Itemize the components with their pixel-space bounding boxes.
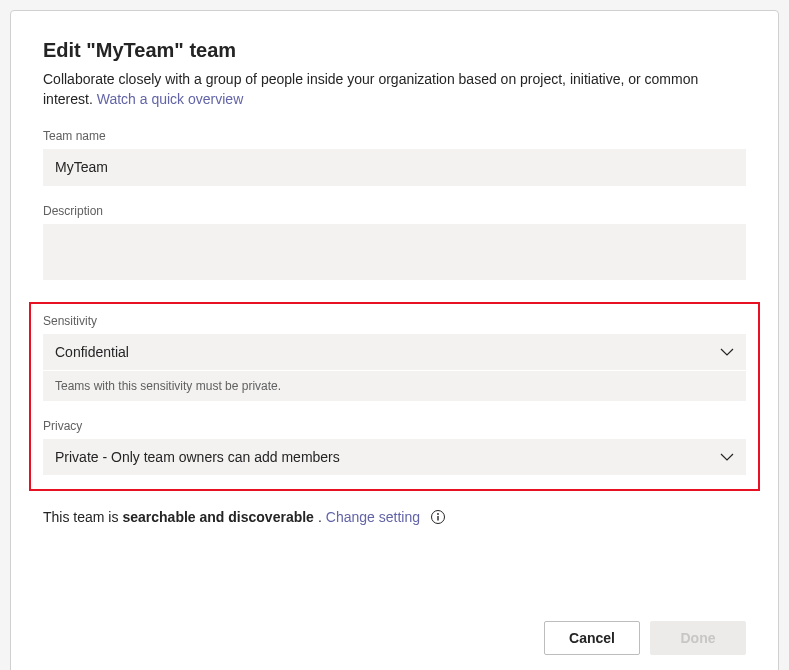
sensitivity-privacy-highlight: Sensitivity Confidential Teams with this…: [29, 302, 760, 491]
privacy-value: Private - Only team owners can add membe…: [55, 449, 720, 465]
description-label: Description: [43, 204, 746, 218]
svg-rect-2: [437, 516, 438, 521]
dialog-title: Edit "MyTeam" team: [43, 39, 746, 62]
privacy-dropdown[interactable]: Private - Only team owners can add membe…: [43, 439, 746, 475]
dialog-footer: Cancel Done: [43, 601, 746, 655]
discoverable-suffix: .: [318, 509, 322, 525]
discoverable-row: This team is searchable and discoverable…: [43, 509, 746, 525]
watch-overview-link[interactable]: Watch a quick overview: [97, 91, 244, 107]
cancel-button[interactable]: Cancel: [544, 621, 640, 655]
discoverable-bold: searchable and discoverable: [122, 509, 313, 525]
sensitivity-value: Confidential: [55, 344, 720, 360]
privacy-field-group: Privacy Private - Only team owners can a…: [43, 419, 746, 475]
svg-point-1: [437, 513, 439, 515]
sensitivity-field-group: Sensitivity Confidential Teams with this…: [43, 314, 746, 401]
sensitivity-dropdown[interactable]: Confidential: [43, 334, 746, 370]
discoverable-prefix: This team is: [43, 509, 118, 525]
chevron-down-icon: [720, 450, 734, 464]
team-name-label: Team name: [43, 129, 746, 143]
team-name-field-group: Team name: [43, 129, 746, 186]
description-input[interactable]: [43, 224, 746, 280]
sensitivity-helper: Teams with this sensitivity must be priv…: [43, 370, 746, 401]
description-field-group: Description: [43, 204, 746, 284]
team-name-input[interactable]: [43, 149, 746, 186]
edit-team-dialog: Edit "MyTeam" team Collaborate closely w…: [10, 10, 779, 670]
dialog-subtitle: Collaborate closely with a group of peop…: [43, 70, 746, 109]
change-setting-link[interactable]: Change setting: [326, 509, 420, 525]
chevron-down-icon: [720, 345, 734, 359]
privacy-label: Privacy: [43, 419, 746, 433]
info-icon[interactable]: [430, 509, 446, 525]
sensitivity-label: Sensitivity: [43, 314, 746, 328]
done-button[interactable]: Done: [650, 621, 746, 655]
